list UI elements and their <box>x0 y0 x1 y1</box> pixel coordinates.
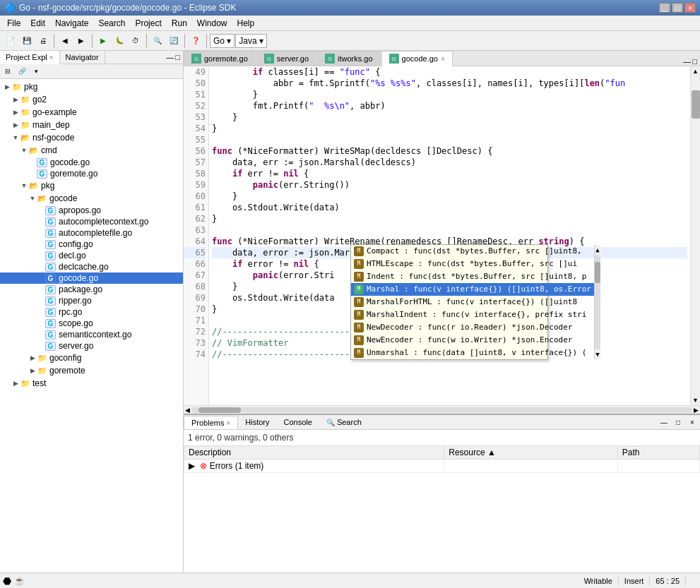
col-resource[interactable]: Resource ▲ <box>444 446 618 460</box>
autocomplete-scroll-thumb[interactable] <box>595 262 600 283</box>
language-dropdown[interactable]: Java ▾ <box>235 34 267 48</box>
back-button[interactable]: ◀ <box>57 33 73 49</box>
tree-item-decl[interactable]: G decl.go <box>0 250 183 261</box>
tree-item-package[interactable]: G package.go <box>0 284 183 295</box>
project-explorer-tab-close[interactable]: × <box>49 54 54 61</box>
vscroll-down-btn[interactable]: ▼ <box>691 395 700 405</box>
tree-toggle-nsf-gocode[interactable]: ▼ <box>11 134 20 141</box>
sidebar-menu-btn[interactable]: ▾ <box>29 65 43 78</box>
menu-search[interactable]: Search <box>94 17 129 30</box>
col-path[interactable]: Path <box>617 446 699 460</box>
menu-navigate[interactable]: Navigate <box>51 17 93 30</box>
tree-item-gocode-go-cmd[interactable]: G gocode.go <box>0 157 183 168</box>
tab-goremote[interactable]: G goremote.go <box>184 51 256 66</box>
sidebar-maximize-btn[interactable]: □ <box>175 53 180 61</box>
autocomplete-item-newdecoder[interactable]: M NewDecoder : func(r io.Reader) *json.D… <box>351 321 594 334</box>
tree-toggle-goremote[interactable]: ▶ <box>28 367 37 374</box>
new-button[interactable]: 📄 <box>3 33 18 49</box>
tree-toggle-test[interactable]: ▶ <box>11 380 20 387</box>
search-button[interactable]: 🔍 <box>150 33 165 49</box>
menu-window[interactable]: Window <box>193 17 232 30</box>
tab-server[interactable]: G server.go <box>256 51 316 66</box>
tree-item-test[interactable]: ▶ 📁 test <box>0 377 183 390</box>
save-button[interactable]: 💾 <box>19 33 35 49</box>
tree-toggle-gocode-pkg[interactable]: ▼ <box>28 195 37 202</box>
autocomplete-scroll-down[interactable]: ▼ <box>595 351 599 358</box>
profile-button[interactable]: ⏱ <box>128 33 143 49</box>
problems-tab-close[interactable]: × <box>226 419 230 427</box>
menu-help[interactable]: Help <box>233 17 259 30</box>
code-area[interactable]: if classes[i] == "func" { abbr = fmt.Spr… <box>209 66 690 405</box>
hscroll-left-btn[interactable]: ◀ <box>185 407 190 414</box>
bottom-tab-console[interactable]: Console <box>277 416 319 428</box>
autocomplete-popup[interactable]: M Compact : func(dst *bytes.Buffer, src … <box>350 244 548 360</box>
tree-toggle-pkg-inner[interactable]: ▼ <box>20 182 28 189</box>
sidebar-minimize-btn[interactable]: — <box>166 53 174 61</box>
editor-vscrollbar[interactable]: ▲ ▼ <box>690 66 700 405</box>
menu-file[interactable]: File <box>3 17 25 30</box>
tree-toggle-goconfig[interactable]: ▶ <box>28 354 37 361</box>
bottom-tab-search[interactable]: 🔍 Search <box>319 416 369 428</box>
expand-errors-btn[interactable]: ▶ <box>189 461 195 471</box>
help-button[interactable]: ❓ <box>188 33 203 49</box>
status-java-icon[interactable]: ☕ <box>14 576 25 586</box>
hscroll-right-btn[interactable]: ▶ <box>694 407 699 414</box>
tree-item-server[interactable]: G server.go <box>0 340 183 352</box>
tree-item-apropos[interactable]: G apropos.go <box>0 205 183 216</box>
title-controls[interactable]: _ □ × <box>659 3 696 13</box>
run-button[interactable]: ▶ <box>95 33 111 49</box>
autocomplete-item-unmarshal[interactable]: M Unmarshal : func(data []uint8, v inter… <box>351 347 594 359</box>
col-description[interactable]: Description <box>184 446 444 460</box>
autocomplete-scroll-up[interactable]: ▲ <box>595 246 599 253</box>
bottom-maximize-btn[interactable]: □ <box>672 416 684 428</box>
tree-item-go2[interactable]: ▶ 📁 go2 <box>0 93 183 106</box>
tree-item-goconfig[interactable]: ▶ 📁 goconfig <box>0 352 183 364</box>
vscroll-up-btn[interactable]: ▲ <box>691 66 700 76</box>
editor-area-maximize[interactable]: □ <box>692 57 697 66</box>
tree-toggle-go-example[interactable]: ▶ <box>11 109 20 116</box>
autocomplete-item-marshalforhtml[interactable]: M MarshalForHTML : func(v interface{}) (… <box>351 296 594 308</box>
autocomplete-scrollbar[interactable]: ▲ ▼ <box>594 245 600 359</box>
link-editor-btn[interactable]: 🔗 <box>15 65 29 78</box>
tab-gocode[interactable]: G gocode.go × <box>381 51 453 66</box>
tree-toggle-pkg[interactable]: ▶ <box>3 83 11 90</box>
tree-item-pkg[interactable]: ▶ 📁 pkg <box>0 80 183 93</box>
editor-area-minimize[interactable]: — <box>683 57 691 66</box>
tree-item-cmd[interactable]: ▼ 📂 cmd <box>0 144 183 157</box>
tree-item-go-example[interactable]: ▶ 📁 go-example <box>0 106 183 119</box>
tree-item-semanticcontext[interactable]: G semanticcontext.go <box>0 329 183 340</box>
tree-item-declcache[interactable]: G declcache.go <box>0 261 183 272</box>
sidebar-tab-navigator[interactable]: Navigator <box>60 51 105 64</box>
maximize-button[interactable]: □ <box>672 3 683 13</box>
tree-item-config[interactable]: G config.go <box>0 239 183 250</box>
autocomplete-item-newencoder[interactable]: M NewEncoder : func(w io.Writer) *json.E… <box>351 334 594 347</box>
menu-project[interactable]: Project <box>131 17 165 30</box>
hscroll-thumb[interactable] <box>198 407 241 413</box>
debug-button[interactable]: 🐛 <box>112 33 127 49</box>
tree-item-main-dep[interactable]: ▶ 📁 main_dep <box>0 119 183 131</box>
tree-toggle-main-dep[interactable]: ▶ <box>11 121 20 128</box>
refresh-button[interactable]: 🔄 <box>166 33 182 49</box>
autocomplete-item-marshal[interactable]: M Marshal : func(v interface{}) ([]uint8… <box>351 283 594 296</box>
autocomplete-item-indent[interactable]: M Indent : func(dst *bytes.Buffer, src [… <box>351 270 594 283</box>
tab-itworks[interactable]: G itworks.go <box>317 51 381 66</box>
forward-button[interactable]: ▶ <box>73 33 89 49</box>
table-row-errors[interactable]: ▶ ⊗ Errors (1 item) <box>184 460 700 473</box>
close-button[interactable]: × <box>684 3 696 13</box>
sidebar-tab-project-explorer[interactable]: Project Expl × <box>0 51 60 64</box>
status-go-icon[interactable]: ⬣ <box>3 575 11 587</box>
tree-item-autocompletecontext[interactable]: G autocompletecontext.go <box>0 216 183 227</box>
autocomplete-item-compact[interactable]: M Compact : func(dst *bytes.Buffer, src … <box>351 245 594 258</box>
perspective-dropdown[interactable]: Go ▾ <box>210 34 235 48</box>
editor-hscrollbar[interactable]: ◀ ▶ <box>184 405 700 414</box>
bottom-minimize-btn[interactable]: — <box>658 416 670 428</box>
minimize-button[interactable]: _ <box>659 3 670 13</box>
vscroll-thumb[interactable] <box>692 90 700 119</box>
tree-toggle-go2[interactable]: ▶ <box>11 96 20 103</box>
menu-run[interactable]: Run <box>167 17 191 30</box>
collapse-all-btn[interactable]: ⊟ <box>1 65 15 78</box>
tree-item-nsf-gocode[interactable]: ▼ 📂 nsf-gocode <box>0 131 183 144</box>
tree-item-autocompletefile[interactable]: G autocompletefile.go <box>0 227 183 239</box>
tab-close-gocode[interactable]: × <box>441 55 445 63</box>
tree-item-goremote-go-cmd[interactable]: G goremote.go <box>0 168 183 179</box>
